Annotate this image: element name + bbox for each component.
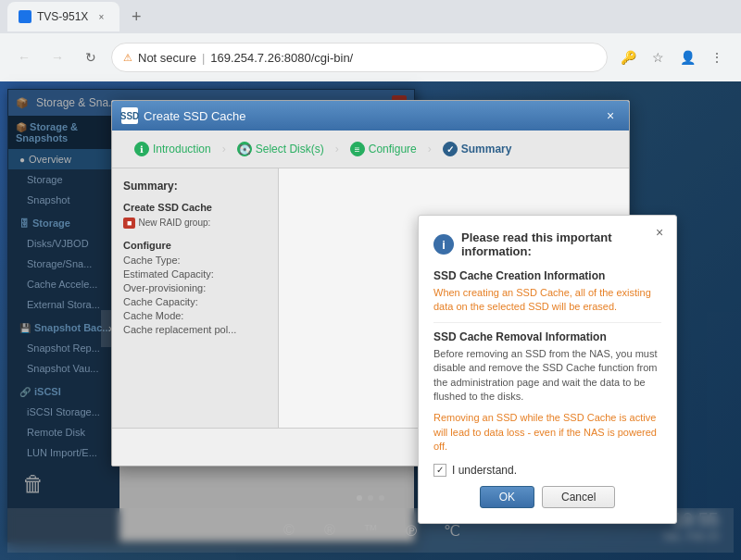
create-ssd-cache-dialog: SSD Create SSD Cache × ℹ Introduction › … <box>111 100 630 467</box>
security-label: Not secure <box>138 51 196 65</box>
step-icon-summary: ✓ <box>443 142 458 156</box>
step-sep-3: › <box>424 143 435 156</box>
step-label-summary: Summary <box>461 143 512 156</box>
tab-close-button[interactable]: × <box>94 9 108 24</box>
raid-badge: ■ <box>123 218 135 229</box>
understand-checkbox-row: ✓ I understand. <box>433 464 661 477</box>
summary-panel: Summary: Create SSD Cache ■ New RAID gro… <box>112 168 279 428</box>
browser-chrome: TVS-951X × + ← → ↻ ⚠ Not secure | 169.25… <box>0 0 741 81</box>
over-prov-key: Over-provisioning: <box>123 282 206 293</box>
info-popup-header: i Please read this important information… <box>433 230 661 258</box>
dialog-body: Summary: Create SSD Cache ■ New RAID gro… <box>112 168 629 428</box>
key-icon[interactable]: 🔑 <box>615 44 641 70</box>
removal-info-title: SSD Cache Removal Information <box>433 330 661 343</box>
step-icon-disk: 💽 <box>237 142 252 156</box>
summary-estimated-cap: Estimated Capacity: <box>123 268 267 280</box>
nav-actions: 🔑 ☆ 👤 ⋮ <box>615 44 730 70</box>
info-popup-title: Please read this important information: <box>461 230 661 258</box>
wizard-step-configure[interactable]: ≡ Configure <box>343 138 424 160</box>
address-bar[interactable]: ⚠ Not secure | 169.254.7.26:8080/cgi-bin… <box>111 43 608 72</box>
popup-close-button[interactable]: × <box>650 223 669 242</box>
tab-bar: TVS-951X × + <box>0 0 741 33</box>
understand-checkbox[interactable]: ✓ <box>433 464 446 477</box>
cache-cap-key: Cache Capacity: <box>123 296 198 307</box>
summary-cache-type: Cache Type: <box>123 255 267 266</box>
tab-title: TVS-951X <box>37 10 88 23</box>
dialog-title-icon: SSD <box>121 107 138 124</box>
creation-warning: When creating an SSD Cache, all of the e… <box>433 286 661 315</box>
summary-cache-mode: Cache Mode: <box>123 310 267 321</box>
back-button[interactable]: ← <box>11 44 37 70</box>
new-tab-button[interactable]: + <box>123 4 149 30</box>
popup-footer: OK Cancel <box>433 486 661 508</box>
reload-button[interactable]: ↻ <box>78 44 104 70</box>
summary-over-prov: Over-provisioning: <box>123 282 267 293</box>
dialog-overlay: SSD Create SSD Cache × ℹ Introduction › … <box>0 81 741 560</box>
nav-bar: ← → ↻ ⚠ Not secure | 169.254.7.26:8080/c… <box>0 33 741 81</box>
popup-cancel-button[interactable]: Cancel <box>542 486 615 508</box>
configure-label: Configure <box>123 240 267 251</box>
dialog-right-panel: × i Please read this important informati… <box>279 168 629 428</box>
wizard-steps: ℹ Introduction › 💽 Select Disk(s) › ≡ Co… <box>112 131 629 168</box>
summary-cache-replacement: Cache replacement pol... <box>123 324 267 335</box>
dialog-titlebar: SSD Create SSD Cache × <box>112 101 629 131</box>
understand-label: I understand. <box>452 464 517 477</box>
wizard-step-select-disk[interactable]: 💽 Select Disk(s) <box>230 138 332 160</box>
removal-info-text: Before removing an SSD from the NAS, you… <box>433 347 661 404</box>
step-sep-1: › <box>219 143 230 156</box>
security-icon: ⚠ <box>123 52 132 64</box>
wizard-step-introduction[interactable]: ℹ Introduction <box>127 138 219 160</box>
estimated-cap-key: Estimated Capacity: <box>123 268 214 280</box>
cache-mode-key: Cache Mode: <box>123 310 197 321</box>
cache-replace-key: Cache replacement pol... <box>123 324 236 335</box>
section-divider <box>433 322 661 323</box>
removal-warning: Removing an SSD while the SSD Cache is a… <box>433 411 661 454</box>
star-icon[interactable]: ☆ <box>645 44 671 70</box>
ssd-create-label: Create SSD Cache <box>123 202 267 213</box>
nas-app: 📦 Storage & Sna... ─ □ × 📦 Storage & Sna… <box>7 89 734 553</box>
ok-button[interactable]: OK <box>480 486 534 508</box>
main-content: 📦 Storage & Sna... ─ □ × 📦 Storage & Sna… <box>0 81 741 560</box>
summary-title: Summary: <box>123 180 267 193</box>
info-circle-icon: i <box>433 234 454 255</box>
cache-type-key: Cache Type: <box>123 255 197 266</box>
dialog-close-button[interactable]: × <box>601 106 620 125</box>
tab-favicon <box>19 10 31 23</box>
account-icon[interactable]: 👤 <box>674 44 700 70</box>
menu-icon[interactable]: ⋮ <box>704 44 730 70</box>
step-label-intro: Introduction <box>153 143 211 156</box>
raid-label: New RAID group: <box>139 218 211 228</box>
wizard-step-summary[interactable]: ✓ Summary <box>435 138 520 160</box>
step-icon-configure: ≡ <box>350 142 365 156</box>
forward-button[interactable]: → <box>44 44 70 70</box>
step-icon-intro: ℹ <box>134 142 149 156</box>
step-label-disk: Select Disk(s) <box>256 143 324 156</box>
creation-info-title: SSD Cache Creation Information <box>433 269 661 282</box>
step-label-configure: Configure <box>369 143 417 156</box>
summary-cache-cap: Cache Capacity: <box>123 296 267 307</box>
active-tab[interactable]: TVS-951X × <box>7 2 119 31</box>
dialog-title: Create SSD Cache <box>144 109 601 123</box>
step-sep-2: › <box>332 143 343 156</box>
address-text: 169.254.7.26:8080/cgi-bin/ <box>210 51 353 65</box>
info-popup: × i Please read this important informati… <box>418 215 677 524</box>
